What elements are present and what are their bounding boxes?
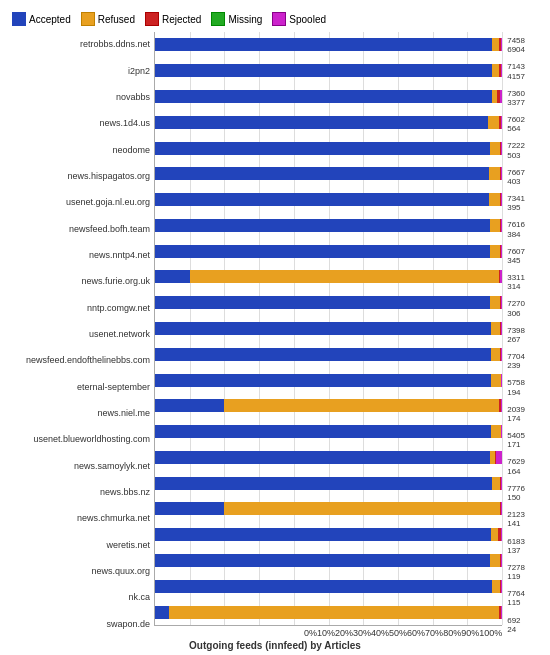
bar-values: 73603377 (507, 89, 546, 106)
spooled-segment (501, 348, 502, 361)
chart-body: retrobbs.ddns.neti2pn2novabbsnews.1d4.us… (4, 32, 546, 638)
value-bot: 564 (507, 124, 546, 133)
y-label: nntp.comgw.net (87, 300, 150, 317)
accepted-segment (155, 451, 490, 464)
spooled-segment (501, 502, 502, 515)
refused-segment (488, 116, 498, 129)
y-label: news.hispagatos.org (67, 168, 150, 185)
legend-item-refused: Refused (81, 12, 135, 26)
spooled-segment (501, 116, 502, 129)
bar-values: 2039174 (507, 405, 546, 422)
spooled-segment (501, 167, 502, 180)
value-labels: 7458690471434157736033777602564722250376… (502, 32, 546, 638)
value-bot: 314 (507, 282, 546, 291)
bar-row (155, 500, 502, 517)
y-label: neodome (112, 142, 150, 159)
value-bot: 141 (507, 519, 546, 528)
value-top: 5758 (507, 378, 546, 387)
x-label: 10% (317, 628, 335, 638)
value-top: 7278 (507, 563, 546, 572)
y-label: newsfeed.endofthelinebbs.com (26, 353, 150, 370)
bar-values: 7341395 (507, 195, 546, 212)
bar-row (155, 114, 502, 131)
y-label: usenet.network (89, 326, 150, 343)
spooled-segment (501, 219, 502, 232)
x-axis-title: Outgoing feeds (innfeed) by Articles (4, 638, 546, 651)
legend-label: Accepted (29, 14, 71, 25)
refused-segment (491, 374, 501, 387)
accepted-segment (155, 116, 488, 129)
refused-segment (492, 477, 501, 490)
value-bot: 150 (507, 493, 546, 502)
legend-label: Refused (98, 14, 135, 25)
bar-values: 7616384 (507, 221, 546, 238)
value-bot: 115 (507, 598, 546, 607)
bar-row (155, 294, 502, 311)
legend-item-rejected: Rejected (145, 12, 201, 26)
refused-segment (490, 296, 501, 309)
bar-row (155, 243, 502, 260)
bar-row (155, 268, 502, 285)
bar-values: 7602564 (507, 116, 546, 133)
y-label: usenet.blueworldhosting.com (33, 432, 150, 449)
spooled-segment (501, 296, 502, 309)
value-bot: 403 (507, 177, 546, 186)
bar-values: 6183137 (507, 537, 546, 554)
accepted-segment (155, 270, 190, 283)
value-top: 3311 (507, 273, 546, 282)
value-bot: 119 (507, 572, 546, 581)
bar-values: 5758194 (507, 379, 546, 396)
refused-segment (490, 142, 500, 155)
value-bot: 6904 (507, 45, 546, 54)
spooled-segment (501, 477, 502, 490)
y-label: news.quux.org (91, 564, 150, 581)
refused-segment (224, 502, 499, 515)
spooled-segment (501, 38, 502, 51)
accepted-segment (155, 38, 492, 51)
bar-row (155, 578, 502, 595)
accepted-segment (155, 322, 491, 335)
bar-values: 7776150 (507, 485, 546, 502)
y-label: news.niel.me (97, 405, 150, 422)
bar-values: 7629164 (507, 458, 546, 475)
bar-values: 2123141 (507, 511, 546, 528)
spooled-segment (501, 528, 502, 541)
bar-row (155, 165, 502, 182)
value-bot: 174 (507, 414, 546, 423)
legend: AcceptedRefusedRejectedMissingSpooled (4, 8, 546, 32)
bar-values: 7764115 (507, 590, 546, 607)
accepted-segment (155, 425, 491, 438)
refused-segment (224, 399, 498, 412)
bar-values: 3311314 (507, 274, 546, 291)
refused-segment (489, 167, 500, 180)
y-label: nk.ca (128, 590, 150, 607)
value-top: 7607 (507, 247, 546, 256)
refused-segment (169, 606, 500, 619)
bar-values: 7667403 (507, 168, 546, 185)
bar-row (155, 449, 502, 466)
value-top: 7776 (507, 484, 546, 493)
bar-values: 74586904 (507, 37, 546, 54)
refused-segment (490, 554, 500, 567)
value-top: 7360 (507, 89, 546, 98)
legend-label: Rejected (162, 14, 201, 25)
value-top: 2123 (507, 510, 546, 519)
spooled-segment (501, 580, 502, 593)
y-label: news.chmurka.net (77, 511, 150, 528)
bar-row (155, 140, 502, 157)
legend-color-rejected (145, 12, 159, 26)
value-top: 7458 (507, 36, 546, 45)
accepted-segment (155, 580, 492, 593)
refused-segment (491, 348, 500, 361)
value-bot: 24 (507, 625, 546, 634)
bar-row (155, 62, 502, 79)
y-labels: retrobbs.ddns.neti2pn2novabbsnews.1d4.us… (4, 32, 154, 638)
accepted-segment (155, 374, 491, 387)
legend-color-accepted (12, 12, 26, 26)
value-bot: 239 (507, 361, 546, 370)
value-top: 7222 (507, 141, 546, 150)
x-label: 100% (479, 628, 502, 638)
bar-values: 5405171 (507, 432, 546, 449)
value-top: 7398 (507, 326, 546, 335)
value-bot: 194 (507, 388, 546, 397)
